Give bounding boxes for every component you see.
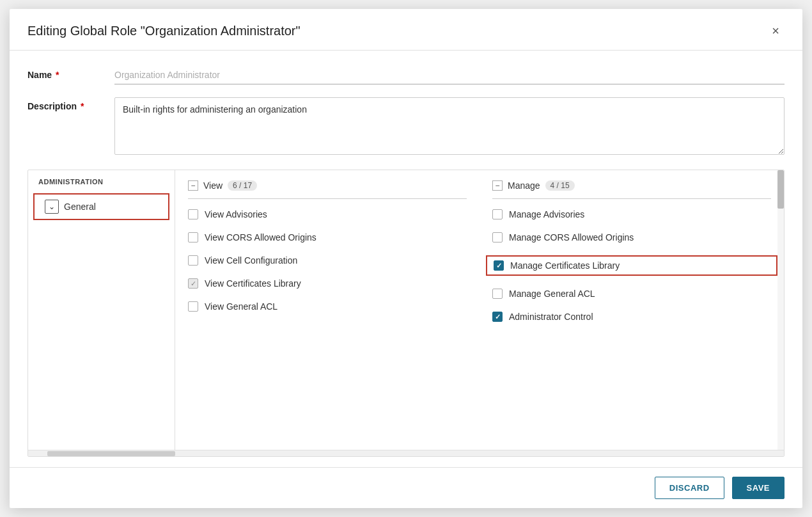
description-label: Description * bbox=[27, 97, 104, 111]
perm-label: Administrator Control bbox=[509, 312, 593, 322]
scrollbar-thumb[interactable] bbox=[777, 170, 784, 209]
sidebar-section-header: ADMINISTRATION bbox=[28, 170, 175, 191]
perm-label: Manage Advisories bbox=[509, 209, 584, 219]
manage-badge: 4 / 15 bbox=[545, 180, 575, 191]
permissions-content: − View 6 / 17 View Advisories View CORS … bbox=[175, 170, 784, 450]
checkbox-manage-certs[interactable] bbox=[494, 260, 504, 271]
perm-label: View General ACL bbox=[205, 301, 277, 312]
perm-item-admin-control: Administrator Control bbox=[492, 312, 771, 322]
manage-collapse-icon[interactable]: − bbox=[492, 180, 503, 191]
perm-item-view-acl: View General ACL bbox=[188, 301, 467, 312]
sidebar-item-wrapper: ⌄ General bbox=[33, 193, 169, 220]
perm-item-manage-cors: Manage CORS Allowed Origins bbox=[492, 232, 771, 243]
h-scrollbar-thumb[interactable] bbox=[47, 451, 175, 456]
perm-label: View Cell Configuration bbox=[205, 255, 297, 266]
perm-item-view-certs: View Certificates Library bbox=[188, 278, 467, 289]
manage-header-text: Manage bbox=[508, 180, 540, 191]
checkbox-view-acl[interactable] bbox=[188, 301, 198, 312]
view-column: − View 6 / 17 View Advisories View CORS … bbox=[175, 170, 480, 345]
discard-button[interactable]: DISCARD bbox=[655, 477, 724, 499]
name-input[interactable] bbox=[114, 66, 785, 84]
perm-label: Manage General ACL bbox=[509, 289, 595, 299]
checkbox-view-certs[interactable] bbox=[188, 278, 198, 289]
name-field-row: Name * bbox=[27, 66, 785, 84]
description-input-wrapper: Built-in rights for administering an org… bbox=[114, 97, 785, 157]
perm-columns: − View 6 / 17 View Advisories View CORS … bbox=[175, 170, 784, 345]
view-column-header: − View 6 / 17 bbox=[188, 180, 467, 199]
perm-item-view-cell-config: View Cell Configuration bbox=[188, 255, 467, 266]
checkbox-view-advisories[interactable] bbox=[188, 209, 198, 219]
dialog-header: Editing Global Role "Organization Admini… bbox=[10, 9, 802, 51]
permissions-layout: ADMINISTRATION ⌄ General − bbox=[28, 170, 784, 450]
perm-item-manage-acl: Manage General ACL bbox=[492, 289, 771, 299]
checkbox-view-cors[interactable] bbox=[188, 232, 198, 243]
perm-label: View CORS Allowed Origins bbox=[205, 232, 316, 243]
dialog-title: Editing Global Role "Organization Admini… bbox=[27, 24, 301, 38]
permissions-sidebar: ADMINISTRATION ⌄ General bbox=[28, 170, 175, 450]
horizontal-scrollbar[interactable] bbox=[28, 450, 784, 456]
vertical-scrollbar[interactable] bbox=[777, 170, 784, 450]
save-button[interactable]: SAVE bbox=[732, 477, 785, 499]
checkbox-manage-cors[interactable] bbox=[492, 232, 503, 243]
perm-item-view-advisories: View Advisories bbox=[188, 209, 467, 219]
view-badge: 6 / 17 bbox=[228, 180, 257, 191]
view-header-text: View bbox=[203, 180, 223, 191]
checkbox-view-cell-config[interactable] bbox=[188, 255, 198, 266]
perm-item-view-cors: View CORS Allowed Origins bbox=[188, 232, 467, 243]
edit-role-dialog: Editing Global Role "Organization Admini… bbox=[10, 9, 802, 508]
close-button[interactable]: × bbox=[767, 22, 785, 40]
manage-column: − Manage 4 / 15 Manage Advisories Manage bbox=[480, 170, 784, 345]
perm-label: Manage CORS Allowed Origins bbox=[509, 232, 634, 243]
perm-label: View Advisories bbox=[205, 209, 267, 219]
sidebar-item-general[interactable]: ⌄ General bbox=[35, 195, 168, 219]
name-input-wrapper bbox=[114, 66, 785, 84]
view-collapse-icon[interactable]: − bbox=[188, 180, 198, 191]
dialog-body: Name * Description * Built-in rights for… bbox=[10, 51, 802, 467]
dialog-footer: DISCARD SAVE bbox=[10, 467, 802, 508]
perm-item-manage-certs: Manage Certificates Library bbox=[486, 255, 777, 276]
manage-column-header: − Manage 4 / 15 bbox=[492, 180, 771, 199]
description-field-row: Description * Built-in rights for admini… bbox=[27, 97, 785, 157]
perm-label: View Certificates Library bbox=[205, 278, 301, 289]
perm-item-manage-advisories: Manage Advisories bbox=[492, 209, 771, 219]
name-label: Name * bbox=[27, 66, 104, 80]
perm-label: Manage Certificates Library bbox=[510, 260, 620, 271]
sidebar-item-label: General bbox=[64, 202, 96, 212]
checkbox-manage-advisories[interactable] bbox=[492, 209, 503, 219]
chevron-icon: ⌄ bbox=[45, 200, 59, 214]
description-input[interactable]: Built-in rights for administering an org… bbox=[114, 97, 785, 155]
checkbox-manage-acl[interactable] bbox=[492, 289, 503, 299]
checkbox-admin-control[interactable] bbox=[492, 312, 503, 322]
permissions-section: ADMINISTRATION ⌄ General − bbox=[27, 170, 785, 457]
